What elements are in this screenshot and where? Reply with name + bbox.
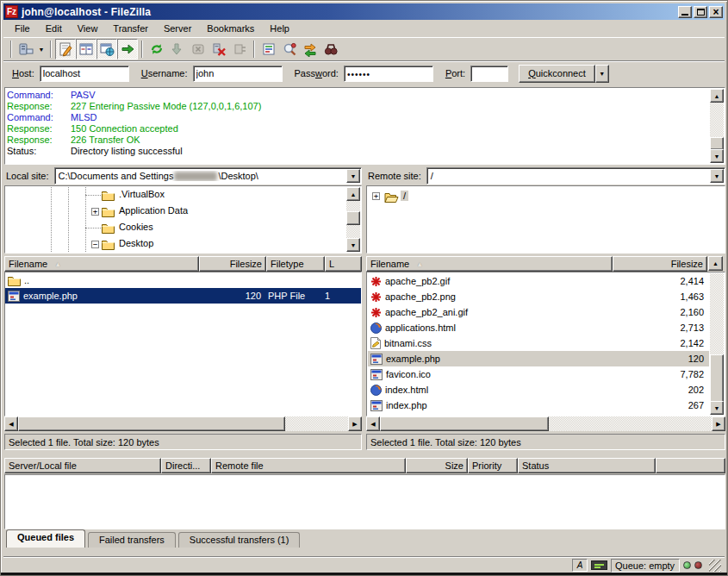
- tree-item-root[interactable]: + /: [367, 189, 725, 205]
- quickconnect-button[interactable]: Quickconnect: [519, 65, 595, 83]
- scroll-thumb[interactable]: [380, 416, 549, 431]
- scroll-right-button[interactable]: ▶: [348, 416, 362, 431]
- image-file-icon: [370, 307, 382, 318]
- file-row[interactable]: apache_pb2.png 1,463: [368, 289, 709, 304]
- column-header-filename[interactable]: Filename▲: [366, 256, 613, 272]
- tree-item-application-data[interactable]: + Application Data: [5, 203, 346, 220]
- tree-item-virtualbox[interactable]: .VirtualBox: [5, 187, 346, 203]
- toggle-message-log-button[interactable]: [55, 39, 76, 59]
- tree-item-desktop[interactable]: − Desktop: [5, 236, 346, 253]
- scroll-up-button[interactable]: ▲: [346, 187, 360, 201]
- menu-edit[interactable]: Edit: [38, 22, 70, 35]
- refresh-button[interactable]: [146, 39, 167, 59]
- file-row[interactable]: favicon.ico 7,782: [368, 366, 709, 382]
- menu-bookmarks[interactable]: Bookmarks: [199, 22, 262, 35]
- tab-successful-transfers[interactable]: Successful transfers (1): [178, 532, 301, 548]
- scroll-thumb[interactable]: [710, 354, 724, 403]
- queue-list[interactable]: [4, 474, 725, 529]
- column-header-filename[interactable]: Filename▲: [4, 256, 199, 272]
- file-row[interactable]: apache_pb2.gif 2,414: [368, 273, 709, 289]
- scroll-down-button[interactable]: ▼: [710, 149, 724, 163]
- column-header-priority[interactable]: Priority: [468, 458, 518, 473]
- password-input[interactable]: ••••••: [344, 66, 433, 82]
- local-hscrollbar[interactable]: ◀ ▶: [4, 416, 362, 431]
- column-header-remote-file[interactable]: Remote file: [211, 458, 406, 473]
- file-row[interactable]: bitnami.css 2,142: [368, 335, 709, 351]
- collapse-minus-icon[interactable]: −: [91, 241, 99, 248]
- file-row-selected[interactable]: example.php 120: [368, 351, 709, 366]
- expand-plus-icon[interactable]: +: [91, 208, 99, 216]
- site-manager-button[interactable]: [16, 39, 36, 59]
- file-row[interactable]: index.php 267: [368, 398, 709, 413]
- log-scrollbar[interactable]: ▲ ▼: [710, 89, 724, 163]
- local-site-combo-dropdown[interactable]: ▼: [346, 169, 360, 183]
- column-header-lastmodified[interactable]: L: [325, 256, 362, 272]
- toggle-remote-tree-button[interactable]: [96, 39, 117, 59]
- filezilla-app-icon[interactable]: Fz: [5, 5, 18, 18]
- scroll-track[interactable]: [549, 416, 712, 431]
- username-input[interactable]: [193, 66, 283, 82]
- scroll-thumb[interactable]: [18, 416, 285, 431]
- reconnect-icon: [232, 41, 247, 57]
- cancel-operation-button[interactable]: [188, 39, 208, 59]
- directory-comparison-button[interactable]: [279, 39, 300, 59]
- port-input[interactable]: [470, 66, 508, 82]
- scroll-up-button[interactable]: ▲: [708, 256, 723, 271]
- scroll-right-button[interactable]: ▶: [712, 416, 725, 431]
- column-header-direction[interactable]: Directi...: [161, 458, 211, 473]
- column-header-status[interactable]: Status: [518, 458, 656, 473]
- remote-hscrollbar[interactable]: ◀ ▶: [366, 416, 725, 431]
- file-row-parent-dir[interactable]: ..: [5, 272, 361, 288]
- file-row[interactable]: apache_pb2_ani.gif 2,160: [368, 304, 709, 320]
- remote-site-combo-dropdown[interactable]: ▼: [710, 169, 724, 183]
- scroll-down-button[interactable]: ▼: [346, 238, 360, 252]
- disconnect-button[interactable]: [208, 39, 229, 59]
- tab-failed-transfers[interactable]: Failed transfers: [88, 532, 176, 548]
- find-files-button[interactable]: [320, 39, 341, 59]
- minimize-button[interactable]: [678, 6, 692, 18]
- menu-view[interactable]: View: [70, 22, 106, 35]
- column-header-filesize[interactable]: Filesize: [613, 256, 707, 272]
- menu-transfer[interactable]: Transfer: [105, 22, 156, 35]
- file-row[interactable]: applications.html 2,713: [368, 320, 709, 335]
- scroll-left-button[interactable]: ◀: [366, 416, 380, 431]
- speed-limits-icon[interactable]: [591, 560, 607, 570]
- file-row-example-php[interactable]: example.php 120 PHP File 1: [5, 288, 361, 304]
- title-bar[interactable]: Fz john@localhost - FileZilla ×: [3, 3, 725, 20]
- menu-file[interactable]: File: [7, 22, 38, 35]
- scroll-track[interactable]: [285, 416, 348, 431]
- menu-server[interactable]: Server: [156, 22, 199, 35]
- maximize-button[interactable]: [694, 6, 707, 18]
- site-manager-dropdown[interactable]: ▼: [36, 39, 47, 59]
- column-header-filesize[interactable]: Filesize: [199, 256, 266, 272]
- scroll-up-button[interactable]: ▲: [710, 89, 724, 103]
- tree-item-cookies[interactable]: Cookies: [5, 220, 346, 236]
- file-row[interactable]: index.html 202: [368, 382, 709, 398]
- local-site-combobox[interactable]: C:\Documents and Settings\Desktop\ ▼: [54, 167, 362, 185]
- column-header-filetype[interactable]: Filetype: [266, 256, 325, 272]
- remote-list-scrollbar[interactable]: ▼: [710, 273, 724, 415]
- directory-filters-button[interactable]: [258, 39, 279, 59]
- process-queue-button[interactable]: [167, 39, 188, 59]
- local-tree-scrollbar[interactable]: ▲ ▼: [346, 187, 360, 252]
- sync-browsing-icon: [302, 41, 318, 57]
- scroll-thumb[interactable]: [710, 137, 724, 150]
- transfer-queue-icon: [120, 41, 135, 57]
- toggle-transfer-queue-button[interactable]: [117, 39, 138, 59]
- remote-site-combobox[interactable]: / ▼: [426, 167, 725, 185]
- tab-queued-files[interactable]: Queued files: [6, 529, 85, 548]
- menu-help[interactable]: Help: [262, 22, 297, 35]
- column-header-server-local-file[interactable]: Server/Local file: [4, 458, 161, 473]
- scroll-down-button[interactable]: ▼: [710, 401, 724, 415]
- close-button[interactable]: ×: [709, 6, 723, 18]
- scroll-left-button[interactable]: ◀: [4, 416, 18, 431]
- resize-grip[interactable]: [709, 560, 721, 572]
- reconnect-button[interactable]: [229, 39, 250, 59]
- quickconnect-dropdown[interactable]: ▼: [595, 65, 609, 83]
- host-input[interactable]: [40, 66, 129, 82]
- scroll-thumb[interactable]: [346, 211, 360, 225]
- expand-plus-icon[interactable]: +: [372, 192, 380, 200]
- column-header-size[interactable]: Size: [406, 458, 468, 473]
- synchronized-browsing-button[interactable]: [300, 39, 320, 59]
- toggle-local-tree-button[interactable]: [76, 39, 96, 59]
